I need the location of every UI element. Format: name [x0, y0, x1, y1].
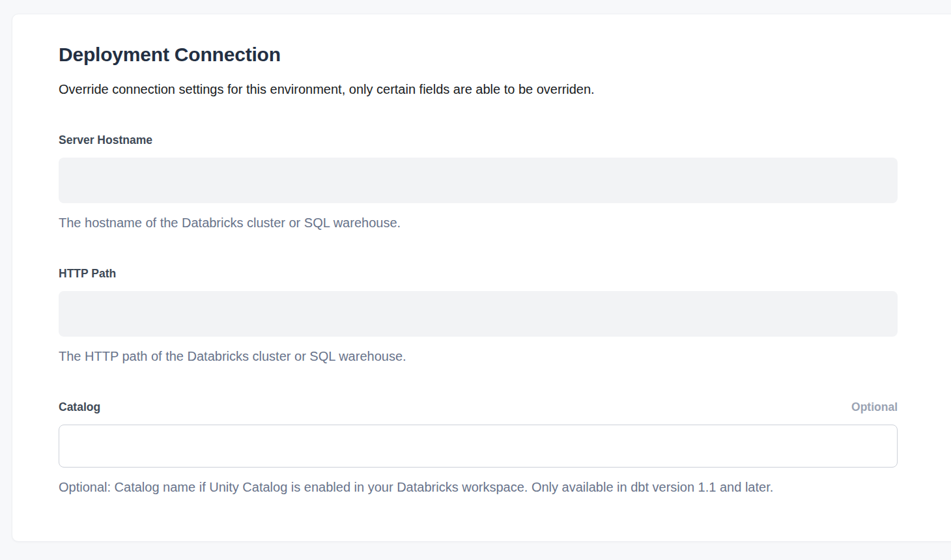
- page-subtitle: Override connection settings for this en…: [59, 81, 898, 98]
- http-path-input[interactable]: [59, 291, 898, 337]
- field-catalog: Catalog Optional Optional: Catalog name …: [59, 400, 898, 496]
- server-hostname-input[interactable]: [59, 158, 898, 203]
- server-hostname-help: The hostname of the Databricks cluster o…: [59, 214, 898, 231]
- server-hostname-label-row: Server Hostname: [59, 133, 898, 147]
- catalog-label: Catalog: [59, 400, 100, 414]
- catalog-label-row: Catalog Optional: [59, 400, 898, 414]
- page-title: Deployment Connection: [59, 42, 898, 67]
- http-path-label-row: HTTP Path: [59, 266, 898, 281]
- deployment-connection-card: Deployment Connection Override connectio…: [12, 14, 951, 542]
- catalog-help: Optional: Catalog name if Unity Catalog …: [59, 479, 898, 496]
- card-content: Deployment Connection Override connectio…: [12, 14, 898, 496]
- field-http-path: HTTP Path The HTTP path of the Databrick…: [59, 266, 898, 365]
- catalog-optional-tag: Optional: [851, 400, 898, 414]
- http-path-help: The HTTP path of the Databricks cluster …: [59, 348, 898, 365]
- server-hostname-label: Server Hostname: [59, 133, 152, 147]
- http-path-label: HTTP Path: [59, 266, 116, 281]
- catalog-input[interactable]: [59, 425, 898, 468]
- field-server-hostname: Server Hostname The hostname of the Data…: [59, 133, 898, 231]
